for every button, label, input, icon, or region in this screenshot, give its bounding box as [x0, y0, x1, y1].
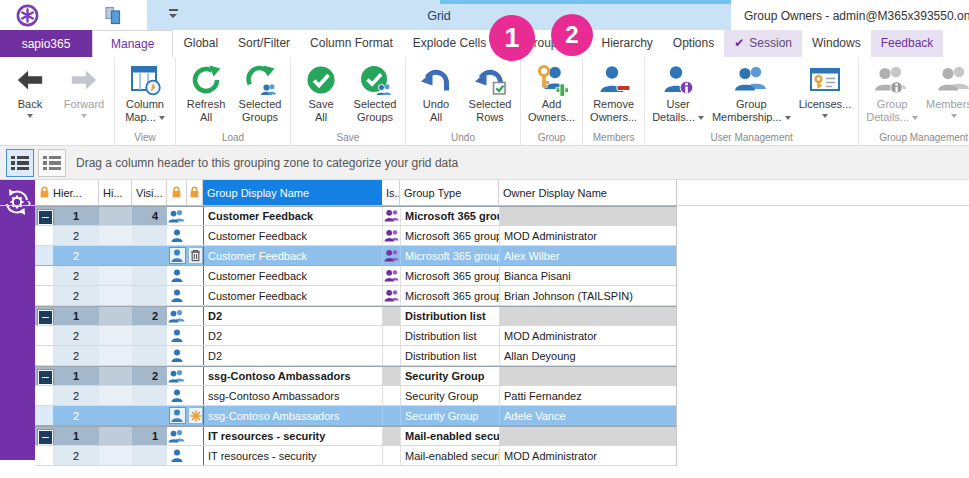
tab-feedback[interactable]: Feedback — [871, 30, 944, 57]
refresh-all-button[interactable]: RefreshAll — [179, 61, 233, 125]
column-header-group-type[interactable]: Group Type — [400, 180, 499, 205]
members-button[interactable]: Members... — [922, 61, 969, 119]
refresh-selected-groups-icon — [244, 62, 276, 98]
settings-sidebar[interactable]: › — [0, 180, 35, 460]
column-header-group-display-name[interactable]: Group Display Name — [203, 180, 382, 205]
tab-windows[interactable]: Windows — [802, 30, 871, 57]
is-teams-cell — [382, 367, 400, 385]
save-selected-groups-button[interactable]: SelectedGroups — [348, 61, 402, 125]
column-header-owner-display-name[interactable]: Owner Display Name — [499, 180, 676, 205]
column-map-button[interactable]: Column Map... — [118, 61, 172, 125]
row-type-icon-cell — [167, 446, 187, 465]
undo-selected-rows-button[interactable]: SelectedRows — [463, 61, 517, 125]
back-button[interactable]: Back — [3, 61, 57, 119]
ribbon-group-user-management: User Details... Group Membership... — [645, 57, 859, 145]
star-icon[interactable] — [188, 407, 203, 424]
person-icon — [171, 349, 183, 363]
trash-icon[interactable] — [188, 247, 203, 264]
column-header-visible[interactable]: Visi... — [132, 180, 167, 205]
tab-column-format[interactable]: Column Format — [300, 30, 403, 57]
flat-view-toggle[interactable] — [38, 149, 66, 177]
forward-button[interactable]: Forward — [57, 61, 111, 119]
visible-count-cell — [132, 406, 167, 425]
person-icon — [171, 269, 183, 283]
table-row[interactable]: 2 — [35, 226, 676, 246]
tab-explode-cells[interactable]: Explode Cells — [403, 30, 496, 57]
grid-rows: 1 4 — [35, 206, 676, 466]
refresh-selected-groups-button[interactable]: SelectedGroups — [233, 61, 287, 125]
undo-all-button[interactable]: UndoAll — [409, 61, 463, 125]
sapio365-logo-icon[interactable] — [16, 4, 39, 31]
owner-display-name-cell — [499, 307, 676, 325]
person-icon-slot — [171, 269, 183, 283]
save-all-icon — [305, 62, 337, 98]
group-details-icon — [875, 62, 909, 98]
visible-count-cell — [132, 286, 167, 305]
sidebar-expand-chevron-icon[interactable]: › — [27, 196, 31, 210]
column-header-lock-b[interactable] — [187, 180, 203, 205]
copy-window-icon[interactable] — [103, 6, 123, 29]
table-row[interactable]: 1 1 — [35, 426, 676, 446]
tab-global[interactable]: Global — [173, 30, 228, 57]
group-type-cell: Microsoft 365 group — [400, 207, 499, 225]
tab-hierarchy[interactable]: Hierarchy — [592, 30, 663, 57]
owner-display-name-cell: Alex Wilber — [499, 246, 676, 265]
table-row[interactable]: 2 — [35, 286, 676, 306]
group-label-load: Load — [176, 132, 290, 143]
group-details-button[interactable]: Group Details... — [862, 61, 922, 125]
column-header-hierarchy[interactable]: Hier... — [35, 180, 99, 205]
row-type-icon-cell — [167, 307, 187, 325]
table-row[interactable]: 2 — [35, 246, 676, 266]
visible-count-cell — [132, 446, 167, 465]
collapse-button[interactable] — [38, 210, 53, 225]
licenses-button[interactable]: Licenses... — [795, 61, 856, 119]
hierarchy-cell: 2 — [35, 406, 99, 425]
remove-owners-button[interactable]: RemoveOwners... — [586, 61, 641, 125]
collapse-button[interactable] — [38, 370, 53, 385]
group-type-cell: Microsoft 365 group — [400, 286, 499, 305]
table-row[interactable]: 1 4 — [35, 206, 676, 226]
save-all-button[interactable]: SaveAll — [294, 61, 348, 125]
table-row[interactable]: 1 2 — [35, 366, 676, 386]
column-header-is[interactable]: Is... — [382, 180, 400, 205]
column-header-hi[interactable]: Hi... — [99, 180, 132, 205]
step-badge-1: 1 — [489, 15, 535, 61]
table-row[interactable]: 2 — [35, 346, 676, 366]
group-membership-button[interactable]: Group Membership... — [708, 61, 795, 125]
tab-sort-filter[interactable]: Sort/Filter — [228, 30, 300, 57]
tab-manage[interactable]: Manage — [92, 30, 173, 57]
column-header-lock-a[interactable] — [167, 180, 187, 205]
tab-session[interactable]: ✔Session — [724, 30, 802, 57]
window-title: Group Owners - admin@M365x393550.onm — [744, 0, 969, 30]
visible-count-cell — [132, 266, 167, 285]
table-row[interactable]: 1 2 — [35, 306, 676, 326]
hierarchy-cell: 2 — [35, 346, 99, 365]
teams-group-icon — [384, 229, 399, 243]
collapse-button[interactable] — [38, 430, 53, 445]
collapse-button[interactable] — [38, 310, 53, 325]
group-type-cell: Microsoft 365 group — [400, 266, 499, 285]
step-badge-2: 2 — [551, 14, 593, 56]
row-action-icon-cell — [187, 246, 203, 265]
user-details-icon — [661, 62, 695, 98]
table-row[interactable]: 2 — [35, 406, 676, 426]
tab-options[interactable]: Options — [663, 30, 724, 57]
add-owners-button[interactable]: AddOwners... — [524, 61, 579, 125]
group-display-name-cell: Customer Feedback — [203, 266, 382, 285]
user-details-button[interactable]: User Details... — [648, 61, 708, 125]
grouped-view-toggle[interactable] — [6, 149, 34, 177]
grouping-zone-hint[interactable]: Drag a column header to this grouping zo… — [76, 146, 458, 180]
group-icon — [168, 209, 185, 224]
group-display-name-cell: D2 — [203, 326, 382, 345]
row-action-icon-cell — [187, 406, 203, 425]
table-row[interactable]: 2 — [35, 326, 676, 346]
tab-sapio365[interactable]: sapio365 — [0, 30, 92, 57]
is-teams-cell — [382, 226, 400, 245]
refresh-all-icon — [190, 62, 222, 98]
group-display-name-cell: IT resources - security — [203, 427, 382, 445]
row-action-icon-cell — [187, 326, 203, 345]
table-row[interactable]: 2 — [35, 386, 676, 406]
table-row[interactable]: 2 — [35, 266, 676, 286]
table-row[interactable]: 2 — [35, 446, 676, 466]
group-label-members: Members — [583, 132, 644, 143]
